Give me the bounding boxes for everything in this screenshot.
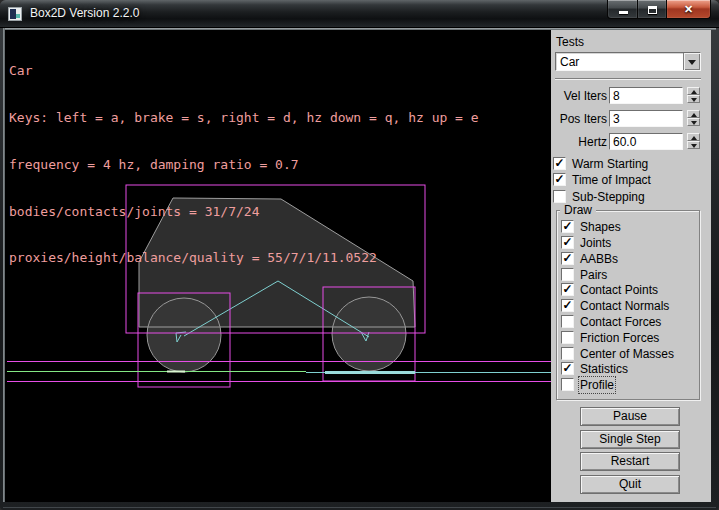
maximize-icon <box>648 6 657 14</box>
time-of-impact-checkbox[interactable]: ✓ <box>553 173 566 186</box>
center-of-masses-checkbox[interactable] <box>561 347 574 360</box>
pos-iters-down-button[interactable] <box>687 118 700 126</box>
hertz-label: Hertz <box>551 135 607 149</box>
profile-label[interactable]: Profile <box>580 378 614 392</box>
vel-iters-up-button[interactable] <box>687 87 700 95</box>
vel-iters-input[interactable]: 8 <box>609 87 683 104</box>
debug-line-keys: Keys: left = a, brake = s, right = d, hz… <box>9 110 479 126</box>
vel-iters-spinner <box>687 87 700 104</box>
close-icon: ✕ <box>667 3 710 16</box>
debug-line-quality: proxies/height/balance/quality = 55/7/1/… <box>9 250 479 266</box>
debug-line-title: Car <box>9 63 479 79</box>
draw-groupbox-title: Draw <box>560 203 596 217</box>
aabbs-label[interactable]: AABBs <box>580 252 618 266</box>
pos-iters-up-button[interactable] <box>687 110 700 118</box>
close-button[interactable]: ✕ <box>667 0 711 19</box>
simulation-canvas[interactable]: Car Keys: left = a, brake = s, right = d… <box>5 30 551 502</box>
window-title: Box2D Version 2.2.0 <box>30 0 139 28</box>
friction-forces-checkbox[interactable] <box>561 331 574 344</box>
single-step-button[interactable]: Single Step <box>580 430 680 449</box>
contact-normals-checkbox[interactable]: ✓ <box>561 299 574 312</box>
pairs-label[interactable]: Pairs <box>580 268 607 282</box>
statistics-label[interactable]: Statistics <box>580 362 628 376</box>
pos-iters-label: Pos Iters <box>551 112 607 126</box>
arrow-up-icon <box>691 113 697 117</box>
pos-iters-input[interactable]: 3 <box>609 110 683 127</box>
contact-forces-checkbox[interactable] <box>561 315 574 328</box>
shapes-label[interactable]: Shapes <box>580 220 621 234</box>
hertz-down-button[interactable] <box>687 141 700 149</box>
control-panel: Tests Car Vel Iters 8 Pos Iters 3 Hertz … <box>551 30 711 502</box>
arrow-down-icon <box>691 98 697 102</box>
tests-label: Tests <box>556 35 584 49</box>
debug-line-stats: bodies/contacts/joints = 31/7/24 <box>9 204 479 220</box>
debug-line-frequency: frequency = 4 hz, damping ratio = 0.7 <box>9 157 479 173</box>
quit-button[interactable]: Quit <box>580 475 680 494</box>
restart-button[interactable]: Restart <box>580 452 680 471</box>
joints-checkbox[interactable]: ✓ <box>561 236 574 249</box>
time-of-impact-label[interactable]: Time of Impact <box>572 173 651 187</box>
arrow-up-icon <box>691 90 697 94</box>
joints-label[interactable]: Joints <box>580 236 611 250</box>
contact-points-label[interactable]: Contact Points <box>580 283 658 297</box>
maximize-button[interactable] <box>638 0 667 19</box>
separator <box>555 78 701 80</box>
pause-button[interactable]: Pause <box>580 407 680 426</box>
vel-iters-down-button[interactable] <box>687 95 700 103</box>
sub-stepping-label[interactable]: Sub-Stepping <box>572 190 645 204</box>
minimize-icon <box>619 11 628 14</box>
statistics-checkbox[interactable]: ✓ <box>561 362 574 375</box>
arrow-up-icon <box>691 136 697 140</box>
center-of-masses-label[interactable]: Center of Masses <box>580 347 674 361</box>
chevron-down-icon <box>688 60 696 65</box>
warm-starting-label[interactable]: Warm Starting <box>572 157 648 171</box>
tests-dropdown[interactable]: Car <box>555 52 701 71</box>
hertz-input[interactable]: 60.0 <box>609 133 683 150</box>
friction-forces-label[interactable]: Friction Forces <box>580 331 659 345</box>
profile-checkbox[interactable] <box>561 378 574 391</box>
sub-stepping-checkbox[interactable] <box>553 190 566 203</box>
box2d-app-icon <box>8 7 22 21</box>
titlebar[interactable]: Box2D Version 2.2.0 ✕ <box>0 0 719 28</box>
aabbs-checkbox[interactable]: ✓ <box>561 252 574 265</box>
warm-starting-checkbox[interactable]: ✓ <box>553 157 566 170</box>
vel-iters-label: Vel Iters <box>551 89 607 103</box>
dropdown-arrow-button[interactable] <box>683 53 700 70</box>
window-frame-bottom <box>3 507 716 508</box>
pairs-checkbox[interactable] <box>561 268 574 281</box>
minimize-button[interactable] <box>607 0 638 19</box>
hertz-up-button[interactable] <box>687 133 700 141</box>
pos-iters-spinner <box>687 110 700 127</box>
contact-forces-label[interactable]: Contact Forces <box>580 315 661 329</box>
arrow-down-icon <box>691 121 697 125</box>
contact-points-checkbox[interactable]: ✓ <box>561 283 574 296</box>
contact-normals-label[interactable]: Contact Normals <box>580 299 669 313</box>
window-controls: ✕ <box>607 0 711 20</box>
arrow-down-icon <box>691 144 697 148</box>
app-window: Box2D Version 2.2.0 ✕ <box>0 0 719 510</box>
shapes-checkbox[interactable]: ✓ <box>561 220 574 233</box>
debug-text-block: Car Keys: left = a, brake = s, right = d… <box>9 32 479 297</box>
tests-selected-value: Car <box>560 55 579 69</box>
hertz-spinner <box>687 133 700 150</box>
